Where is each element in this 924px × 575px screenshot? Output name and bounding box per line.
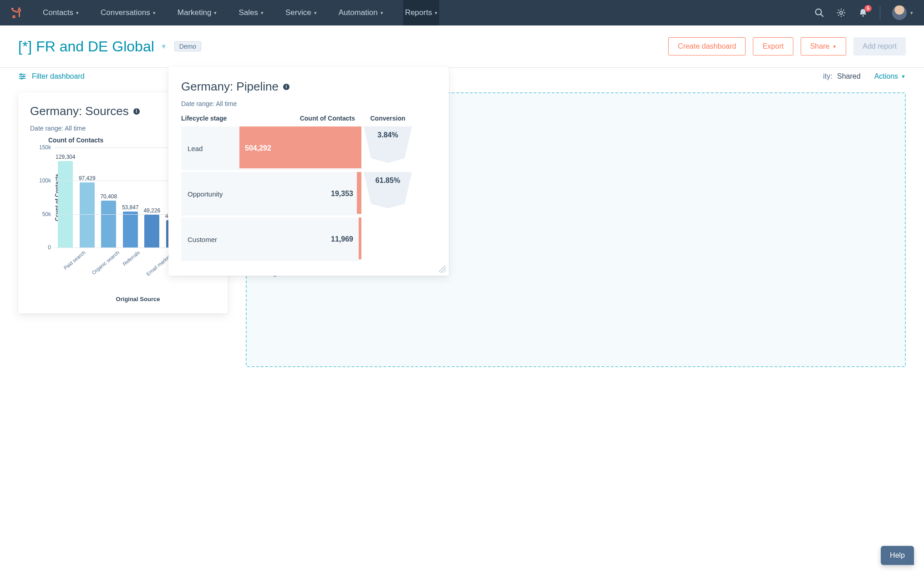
nav-menu: Contacts▾ Conversations▾ Marketing▾ Sale…	[41, 0, 814, 25]
chart-bar-value: 53,847	[122, 204, 139, 211]
info-icon[interactable]: i	[283, 84, 289, 90]
pipeline-conversion-cell: 61.85%	[361, 172, 414, 217]
filter-dashboard-button[interactable]: Filter dashboard	[18, 72, 85, 81]
pipeline-row[interactable]: Customer11,969	[181, 217, 444, 263]
card-title-text: Germany: Sources	[30, 104, 129, 118]
avatar	[892, 5, 907, 20]
chevron-down-icon: ▾	[314, 10, 317, 16]
nav-item-label: Service	[285, 8, 311, 17]
hubspot-logo-icon[interactable]	[11, 7, 23, 19]
resize-handle-icon[interactable]	[439, 266, 446, 273]
actions-label: Actions	[874, 72, 898, 81]
actions-dropdown[interactable]: Actions ▼	[874, 72, 906, 81]
nav-item-label: Conversations	[101, 8, 150, 17]
chevron-down-icon: ▾	[261, 10, 264, 16]
nav-item-sales[interactable]: Sales▾	[237, 0, 265, 25]
visibility-label: ity:	[823, 72, 832, 80]
chevron-down-icon: ▾	[153, 10, 156, 16]
nav-item-reports[interactable]: Reports▾	[403, 0, 440, 25]
svg-point-14	[20, 74, 22, 75]
nav-item-conversations[interactable]: Conversations▾	[99, 0, 157, 25]
visibility-indicator: ity: Shared	[823, 72, 861, 81]
pipeline-count-value: 504,292	[245, 144, 271, 152]
svg-point-16	[21, 78, 22, 79]
pipeline-conversion-cell: 3.84%	[361, 126, 414, 172]
notifications-icon[interactable]: 5	[858, 8, 868, 18]
nav-item-label: Contacts	[43, 8, 73, 17]
account-menu[interactable]: ▾	[892, 5, 913, 20]
nav-item-label: Marketing	[178, 8, 212, 17]
pipeline-row[interactable]: Opportunity19,35361.85%	[181, 172, 444, 217]
sliders-icon	[18, 72, 26, 81]
pipeline-row[interactable]: Lead504,2923.84%	[181, 126, 444, 172]
date-range-label: Date range: All time	[181, 100, 444, 107]
nav-item-marketing[interactable]: Marketing▾	[176, 0, 219, 25]
share-button[interactable]: Share▼	[801, 37, 847, 55]
dashboard-toolbar: Filter dashboard ity: Shared Actions ▼	[0, 67, 924, 85]
svg-point-10	[862, 15, 863, 16]
export-button[interactable]: Export	[753, 37, 793, 55]
chevron-down-icon: ▼	[161, 43, 167, 50]
pipeline-conversion-cell	[361, 217, 414, 263]
card-title-text: Germany: Pipeline	[181, 80, 279, 94]
pipeline-count-cell: 504,292	[239, 126, 361, 172]
nav-item-automation[interactable]: Automation▾	[337, 0, 385, 25]
nav-divider	[880, 6, 880, 20]
chart-bar[interactable]: 97,429	[76, 147, 98, 247]
chart-bar-value: 49,226	[143, 207, 160, 214]
pipeline-count-value: 19,353	[331, 190, 353, 198]
report-card-pipeline[interactable]: Germany: Pipeline i Date range: All time…	[168, 67, 449, 276]
info-icon[interactable]: i	[133, 108, 140, 115]
gear-icon[interactable]	[836, 8, 846, 18]
pipeline-count-cell: 11,969	[239, 217, 361, 263]
search-icon[interactable]	[814, 8, 824, 18]
chart-xlabel: Original Source	[48, 296, 228, 303]
chart-ytick: 100k	[36, 177, 55, 184]
dashboard-title-dropdown[interactable]: [*] FR and DE Global ▼	[18, 38, 167, 55]
top-nav: Contacts▾ Conversations▾ Marketing▾ Sale…	[0, 0, 924, 25]
chart-xtick: Organic search	[89, 247, 133, 290]
pipeline-header-row: Lifecycle stage Count of Contacts Conver…	[181, 107, 444, 126]
nav-item-label: Automation	[339, 8, 378, 17]
col-header-conv: Conversion	[361, 115, 414, 122]
funnel-icon: 61.85%	[364, 172, 412, 208]
chart-bar[interactable]: 70,408	[98, 147, 120, 247]
funnel-icon: 3.84%	[364, 126, 412, 163]
pipeline-count-cell: 19,353	[239, 172, 361, 217]
chart-ytick: 0	[36, 244, 55, 251]
svg-rect-4	[12, 10, 18, 13]
nav-item-service[interactable]: Service▾	[284, 0, 319, 25]
add-report-button[interactable]: Add report	[853, 37, 906, 55]
filter-label: Filter dashboard	[32, 72, 85, 81]
page-title: [*] FR and DE Global	[18, 38, 154, 55]
chart-bar[interactable]: 53,847	[120, 147, 142, 247]
col-header-count: Count of Contacts	[239, 115, 361, 122]
pipeline-stage: Lead	[181, 126, 239, 172]
chart-ytick: 50k	[36, 211, 55, 217]
chevron-down-icon: ▼	[901, 74, 906, 79]
svg-rect-3	[19, 12, 20, 17]
demo-chip: Demo	[174, 41, 201, 51]
svg-point-9	[840, 11, 843, 14]
visibility-value: Shared	[837, 72, 861, 80]
pipeline-stage: Customer	[181, 217, 239, 263]
card-title: Germany: Pipeline i	[181, 80, 444, 94]
svg-point-15	[23, 76, 25, 77]
svg-point-5	[11, 8, 14, 10]
chevron-down-icon: ▾	[214, 10, 217, 16]
svg-point-1	[19, 10, 20, 11]
pipeline-count-value: 11,969	[331, 235, 353, 243]
notification-badge: 5	[864, 5, 872, 12]
nav-item-label: Sales	[239, 8, 258, 17]
chart-bar[interactable]: 49,226	[141, 147, 163, 247]
svg-point-6	[13, 16, 15, 18]
chevron-down-icon: ▾	[435, 10, 437, 16]
chart-bar[interactable]: 129,304	[55, 147, 76, 247]
nav-item-contacts[interactable]: Contacts▾	[41, 0, 81, 25]
share-button-label: Share	[810, 42, 830, 50]
chart-bar-value: 129,304	[56, 154, 75, 160]
svg-line-8	[821, 14, 823, 17]
create-dashboard-button[interactable]: Create dashboard	[668, 37, 746, 55]
chart-bar-value: 70,408	[100, 193, 117, 200]
col-header-stage: Lifecycle stage	[181, 115, 239, 122]
